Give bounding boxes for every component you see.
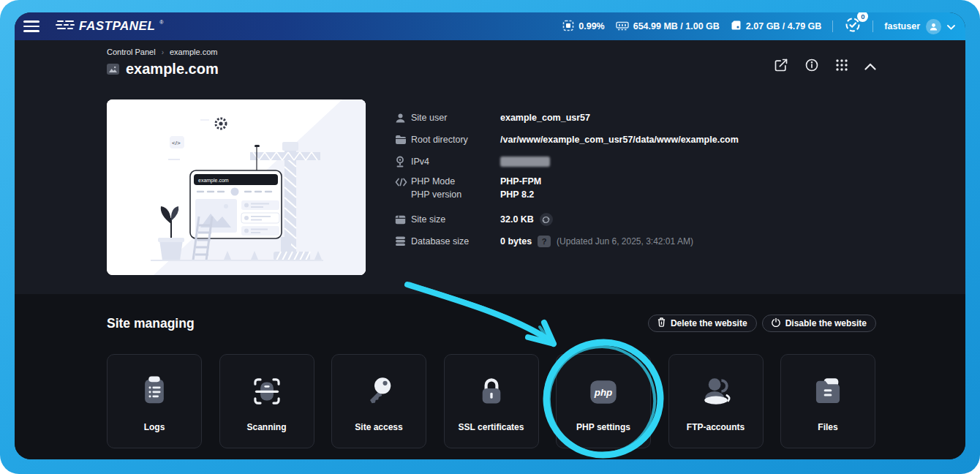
page-title-text: example.com	[126, 61, 219, 78]
cpu-usage-value: 0.99%	[578, 21, 604, 31]
code-icon	[395, 176, 411, 187]
ipv4-label: IPv4	[411, 157, 500, 167]
disk-usage-value: 2.07 GB / 4.79 GB	[746, 21, 822, 31]
chevron-down-icon	[947, 20, 955, 33]
ram-usage-value: 654.99 MB / 1.00 GB	[633, 21, 720, 31]
site-size-value: 32.0 KB	[500, 214, 534, 225]
user-icon	[395, 113, 411, 124]
php-row: PHP Mode PHP-FPM PHP version PHP 8.2	[395, 173, 739, 208]
tile-label: Scanning	[246, 422, 286, 432]
browser-window-illustration: example.com	[190, 170, 282, 238]
trash-icon	[657, 317, 666, 329]
collapse-chevron-up-icon[interactable]	[864, 60, 876, 73]
site-user-label: Site user	[411, 113, 500, 123]
cpu-usage-stat: 0.99%	[562, 20, 604, 34]
fastpanel-logo-text: FASTPANEL	[79, 19, 155, 34]
site-size-label: Site size	[411, 214, 500, 225]
tile-label: PHP settings	[576, 422, 630, 432]
page-background: FASTPANEL ® 0.99% 654.99 MB / 1.00 GB	[0, 0, 980, 474]
tile-label: SSL certificates	[459, 422, 524, 432]
site-preview-illustration: example.com	[107, 99, 366, 275]
site-info-list: Site user example_com_usr57 Root directo…	[395, 99, 739, 275]
tile-label: FTP-accounts	[687, 422, 745, 432]
ftp-users-icon	[697, 371, 735, 412]
help-badge[interactable]: ?	[538, 236, 551, 247]
lock-icon	[475, 371, 508, 412]
breadcrumb-current: example.com	[170, 48, 217, 56]
menu-button[interactable]	[23, 20, 39, 32]
tile-site-access[interactable]: Site access	[331, 354, 426, 448]
breadcrumb: Control Panel › example.com	[107, 48, 219, 56]
tile-php-settings[interactable]: php PHP settings	[556, 354, 651, 448]
window-icon	[395, 215, 411, 225]
database-updated-text: (Updated Jun 6, 2025, 3:42:01 AM)	[557, 236, 693, 247]
root-directory-value: /var/www/example_com_usr57/data/www/exam…	[500, 135, 739, 145]
database-icon	[395, 236, 411, 247]
fastpanel-logo[interactable]: FASTPANEL ®	[56, 19, 163, 34]
key-icon	[361, 371, 396, 412]
tile-logs[interactable]: Logs	[107, 354, 202, 448]
location-pin-icon	[395, 156, 411, 168]
tile-label: Files	[818, 422, 837, 432]
username: fastuser	[884, 21, 920, 31]
disable-website-button[interactable]: Disable the website	[762, 315, 876, 332]
tile-label: Site access	[355, 422, 402, 432]
php-icon: php	[584, 371, 622, 412]
site-image-icon	[107, 64, 119, 75]
site-overview-section: Control Panel › example.com example.com	[15, 40, 965, 294]
ipv4-value-redacted	[500, 157, 550, 167]
site-user-value: example_com_usr57	[500, 113, 590, 123]
disk-usage-stat: 2.07 GB / 4.79 GB	[731, 20, 822, 33]
database-size-row: Database size 0 bytes ? (Updated Jun 6, …	[395, 230, 739, 252]
site-size-row: Site size 32.0 KB	[395, 208, 739, 230]
ram-usage-stat: 654.99 MB / 1.00 GB	[616, 20, 720, 33]
topbar-divider	[832, 20, 833, 32]
svg-text:example.com: example.com	[198, 178, 229, 184]
app-window: FASTPANEL ® 0.99% 654.99 MB / 1.00 GB	[15, 12, 965, 459]
topbar-divider	[872, 20, 873, 32]
files-folder-icon	[810, 371, 846, 412]
php-version-label: PHP version	[411, 189, 500, 200]
section-title: Site managing	[107, 316, 195, 331]
logs-icon	[137, 371, 172, 412]
tasks-button[interactable]: 0	[844, 16, 862, 37]
root-directory-label: Root directory	[411, 135, 500, 145]
cpu-icon	[562, 20, 574, 34]
tasks-badge: 0	[857, 12, 868, 22]
info-icon[interactable]	[804, 58, 819, 75]
folder-icon	[395, 135, 411, 145]
site-user-row: Site user example_com_usr57	[395, 107, 739, 129]
svg-text:php: php	[594, 387, 613, 398]
disk-icon	[731, 20, 742, 33]
tile-ssl-certificates[interactable]: SSL certificates	[444, 354, 539, 448]
managing-tiles: Logs Scanning Site access	[107, 354, 876, 448]
topbar: FASTPANEL ® 0.99% 654.99 MB / 1.00 GB	[15, 12, 965, 40]
user-menu[interactable]: fastuser	[884, 19, 955, 34]
tile-ftp-accounts[interactable]: FTP-accounts	[668, 354, 764, 448]
database-size-label: Database size	[411, 236, 500, 247]
page-title: example.com	[107, 61, 219, 78]
power-icon	[772, 317, 780, 329]
disable-website-label: Disable the website	[785, 318, 867, 328]
tile-scanning[interactable]: Scanning	[219, 354, 314, 448]
php-mode-label: PHP Mode	[411, 176, 500, 187]
tile-label: Logs	[144, 422, 165, 432]
fastpanel-logo-icon	[56, 19, 75, 34]
refresh-icon[interactable]	[540, 213, 553, 226]
php-version-value: PHP 8.2	[500, 189, 534, 200]
breadcrumb-separator-icon: ›	[162, 48, 164, 56]
delete-website-label: Delete the website	[671, 318, 747, 328]
breadcrumb-control-panel[interactable]: Control Panel	[107, 48, 156, 56]
database-size-value: 0 bytes	[500, 236, 532, 247]
user-avatar-icon	[926, 19, 941, 34]
apps-grid-icon[interactable]	[835, 59, 848, 75]
site-managing-section: Site managing Delete the website Disable…	[15, 294, 965, 459]
tile-files[interactable]: Files	[780, 354, 875, 448]
ram-icon	[616, 20, 629, 33]
open-site-icon[interactable]	[774, 58, 788, 75]
svg-text:</>: </>	[172, 140, 181, 146]
root-directory-row: Root directory /var/www/example_com_usr5…	[395, 129, 739, 151]
fastpanel-logo-reg: ®	[159, 20, 163, 25]
ipv4-row: IPv4	[395, 151, 739, 173]
delete-website-button[interactable]: Delete the website	[648, 315, 757, 332]
